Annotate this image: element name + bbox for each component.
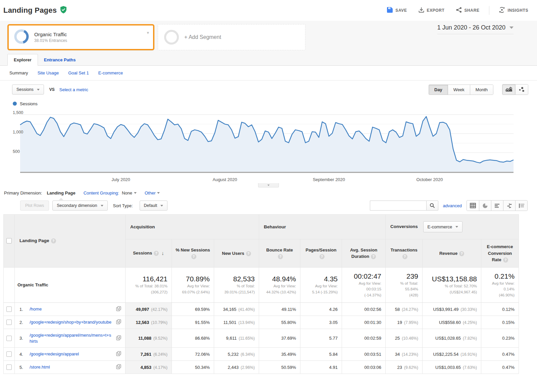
help-icon[interactable]: ? bbox=[371, 254, 376, 259]
help-icon[interactable]: ? bbox=[154, 251, 159, 256]
tab-entrance-paths[interactable]: Entrance Paths bbox=[38, 54, 82, 65]
download-icon bbox=[419, 7, 424, 14]
group-conversions: Conversions E-commerce bbox=[386, 215, 519, 239]
value: 00:01:30 bbox=[364, 320, 381, 325]
comparison-view-button[interactable] bbox=[503, 201, 515, 211]
value-percent: (6.34%) bbox=[241, 352, 255, 357]
help-icon[interactable]: ? bbox=[402, 254, 407, 259]
col-sessions[interactable]: Sessions?↓ bbox=[126, 239, 172, 268]
sessions-chart[interactable]: 1,500 1,000 500 bbox=[10, 109, 527, 176]
granularity-toggle: Day Week Month bbox=[429, 85, 493, 95]
col-avg-duration[interactable]: Avg. Session Duration? bbox=[342, 239, 386, 268]
help-icon[interactable]: ? bbox=[246, 251, 251, 256]
subnav-site-usage[interactable]: Site Usage bbox=[38, 70, 59, 75]
tab-explorer[interactable]: Explorer bbox=[7, 54, 38, 66]
export-button[interactable]: EXPORT bbox=[419, 7, 445, 14]
advanced-search-link[interactable]: advanced bbox=[443, 203, 462, 208]
col-pages-session[interactable]: Pages/Session? bbox=[300, 239, 342, 268]
help-icon[interactable]: ? bbox=[503, 258, 508, 263]
open-in-new-icon[interactable] bbox=[116, 351, 121, 357]
row-checkbox[interactable] bbox=[6, 306, 12, 312]
row-checkbox[interactable] bbox=[6, 365, 12, 370]
motion-chart-icon bbox=[519, 87, 525, 92]
transactions-cell: 19(7.95%) bbox=[386, 316, 423, 329]
dimension-landing-page[interactable]: Landing Page bbox=[47, 190, 75, 195]
landing-page-link[interactable]: /home bbox=[30, 306, 113, 312]
value-percent: (10.79%) bbox=[151, 320, 167, 325]
active-segment-card[interactable]: Organic Traffic 38.01% Entrances ▾ bbox=[7, 24, 154, 50]
open-in-new-icon[interactable] bbox=[116, 306, 121, 312]
revenue-cell: US$558.60(4.25%) bbox=[423, 316, 481, 329]
row-checkbox[interactable] bbox=[6, 351, 12, 357]
help-icon[interactable]: ? bbox=[278, 254, 283, 259]
insights-button[interactable]: INSIGHTS bbox=[499, 7, 528, 14]
value: 0.12% bbox=[502, 307, 515, 312]
help-icon[interactable]: ? bbox=[191, 254, 196, 259]
col-transactions[interactable]: Transactions? bbox=[386, 239, 423, 268]
help-icon[interactable]: ? bbox=[51, 238, 56, 243]
landing-page-link[interactable]: /store.html bbox=[30, 364, 113, 370]
table-search-input[interactable] bbox=[370, 201, 426, 211]
other-dimension-link[interactable]: Other bbox=[145, 190, 160, 195]
col-new-users[interactable]: New Users? bbox=[214, 239, 259, 268]
select-metric-link[interactable]: Select a metric bbox=[59, 87, 88, 92]
total-sub: Avg for View: bbox=[303, 284, 338, 289]
conv-rate-cell: 0.23% bbox=[481, 329, 519, 348]
granularity-month[interactable]: Month bbox=[470, 85, 493, 95]
value: 50.34% bbox=[195, 365, 210, 370]
percentage-view-button[interactable] bbox=[479, 201, 491, 211]
open-in-new-icon[interactable] bbox=[116, 335, 121, 341]
add-segment-button[interactable]: + Add Segment bbox=[158, 24, 305, 50]
tab-bar: Explorer Entrance Paths bbox=[0, 54, 537, 66]
content-grouping-value[interactable]: None bbox=[122, 190, 137, 195]
new-sessions-cell: 72.06% bbox=[172, 348, 214, 361]
primary-dimension-label: Primary Dimension: bbox=[4, 190, 42, 195]
chart-collapse-handle[interactable] bbox=[258, 183, 279, 187]
chevron-down-icon[interactable]: ▾ bbox=[147, 30, 149, 35]
pivot-view-button[interactable] bbox=[515, 201, 527, 211]
caret-down-icon bbox=[157, 192, 160, 194]
col-conv-rate[interactable]: E-commerce Conversion Rate? bbox=[481, 239, 519, 268]
help-icon[interactable]: ? bbox=[459, 251, 464, 256]
save-button[interactable]: SAVE bbox=[387, 7, 407, 14]
avg-duration-cell: 00:03:51 bbox=[342, 348, 386, 361]
subnav-summary[interactable]: Summary bbox=[9, 70, 28, 75]
row-checkbox[interactable] bbox=[6, 320, 12, 325]
totals-label: Organic Traffic bbox=[15, 267, 126, 303]
landing-page-link[interactable]: /google+redesign/shop+by+brand/youtube bbox=[30, 319, 113, 325]
granularity-day[interactable]: Day bbox=[429, 85, 448, 95]
col-revenue[interactable]: Revenue? bbox=[423, 239, 481, 268]
open-in-new-icon[interactable] bbox=[116, 364, 121, 370]
value: 00:02:56 bbox=[364, 307, 381, 312]
subnav-goal-set-1[interactable]: Goal Set 1 bbox=[68, 70, 89, 75]
metric-selector[interactable]: Sessions bbox=[12, 85, 44, 95]
date-range-picker[interactable]: 1 Jun 2020 - 26 Oct 2020 bbox=[437, 24, 514, 34]
landing-page-link[interactable]: /google+redesign/apparel bbox=[30, 351, 113, 357]
open-in-new-icon[interactable] bbox=[116, 319, 121, 325]
line-chart-button[interactable] bbox=[502, 85, 515, 95]
col-landing-page[interactable]: Landing Page? bbox=[15, 215, 126, 268]
sort-type-selector[interactable]: Default bbox=[140, 201, 168, 211]
motion-chart-button[interactable] bbox=[515, 85, 528, 95]
col-bounce-rate[interactable]: Bounce Rate? bbox=[259, 239, 300, 268]
landing-page-link[interactable]: /google+redesign/apparel/mens/mens+t+shi… bbox=[30, 332, 113, 344]
subnav-ecommerce[interactable]: E-commerce bbox=[98, 70, 123, 75]
total-sub: % of Total: bbox=[388, 281, 418, 286]
performance-view-button[interactable] bbox=[491, 201, 503, 211]
conversions-type-selector[interactable]: E-commerce bbox=[423, 221, 463, 232]
data-view-button[interactable] bbox=[467, 201, 479, 211]
search-button[interactable] bbox=[426, 201, 438, 211]
help-icon[interactable]: ? bbox=[320, 254, 325, 259]
row-checkbox[interactable] bbox=[6, 336, 12, 341]
select-all-checkbox[interactable] bbox=[6, 238, 12, 243]
col-new-sessions[interactable]: % New Sessions? bbox=[172, 239, 214, 268]
plot-rows-button[interactable]: Plot Rows bbox=[20, 201, 49, 211]
granularity-week[interactable]: Week bbox=[448, 85, 470, 95]
content-grouping-link[interactable]: Content Grouping: bbox=[84, 190, 119, 195]
avg-duration-cell: 00:02:59 bbox=[342, 329, 386, 348]
secondary-dimension-button[interactable]: Secondary dimension bbox=[52, 201, 107, 211]
total-sessions: 116,421% of Total: 38.01%(306,272) bbox=[126, 267, 172, 303]
share-button[interactable]: SHARE bbox=[456, 7, 480, 14]
total-sub: 0.14% bbox=[484, 287, 515, 292]
landing-page-cell: 1./home bbox=[15, 303, 126, 316]
